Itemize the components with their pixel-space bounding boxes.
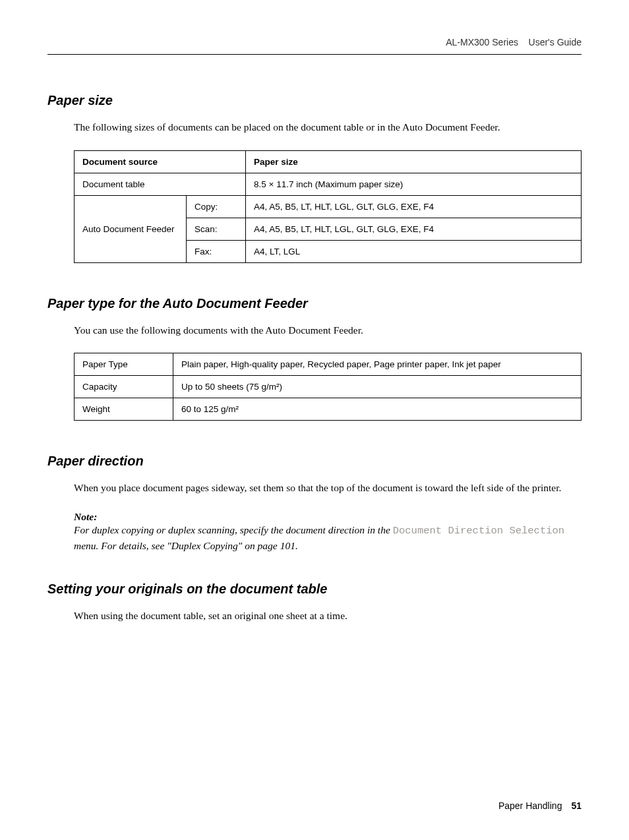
section-paper-size: Paper size The following sizes of docume… (47, 93, 582, 263)
table-row: Paper Type Plain paper, High-quality pap… (75, 353, 582, 376)
cell-fax: Fax: (187, 240, 246, 262)
cell-adf: Auto Document Feeder (75, 195, 187, 262)
cell-paper-type-label: Paper Type (75, 353, 173, 376)
table-row: Weight 60 to 125 g/m² (75, 398, 582, 421)
cell-weight-label: Weight (75, 398, 173, 421)
cell-scan: Scan: (187, 218, 246, 240)
cell-copy: Copy: (187, 195, 246, 218)
intro-paper-size: The following sizes of documents can be … (74, 120, 582, 135)
table-row: Capacity Up to 50 sheets (75 g/m²) (75, 376, 582, 398)
note-label: Note: (74, 511, 582, 523)
section-paper-type: Paper type for the Auto Document Feeder … (47, 296, 582, 421)
footer-page-number: 51 (571, 800, 582, 811)
page-footer: Paper Handling51 (498, 800, 582, 811)
cell-document-table: Document table (75, 173, 246, 195)
th-paper-size: Paper size (246, 150, 582, 173)
note-post: menu. For details, see "Duplex Copying" … (74, 540, 298, 551)
section-paper-direction: Paper direction When you place document … (47, 454, 582, 553)
cell-capacity-value: Up to 50 sheets (75 g/m²) (173, 376, 582, 398)
footer-section: Paper Handling (498, 800, 562, 811)
note-mono: Document Direction Selection (393, 525, 564, 537)
cell-paper-type-value: Plain paper, High-quality paper, Recycle… (173, 353, 582, 376)
cell-weight-value: 60 to 125 g/m² (173, 398, 582, 421)
cell-fax-sizes: A4, LT, LGL (246, 240, 582, 262)
cell-max-size: 8.5 × 11.7 inch (Maximum paper size) (246, 173, 582, 195)
header-series: AL-MX300 Series (446, 37, 518, 47)
table-paper-size: Document source Paper size Document tabl… (74, 150, 582, 263)
cell-copy-sizes: A4, A5, B5, LT, HLT, LGL, GLT, GLG, EXE,… (246, 195, 582, 218)
table-row: Auto Document Feeder Copy: A4, A5, B5, L… (75, 195, 582, 218)
table-row: Document table 8.5 × 11.7 inch (Maximum … (75, 173, 582, 195)
page-header: AL-MX300 Series User's Guide (47, 37, 582, 55)
heading-paper-direction: Paper direction (47, 454, 582, 469)
header-doc: User's Guide (529, 37, 582, 47)
table-paper-type: Paper Type Plain paper, High-quality pap… (74, 353, 582, 421)
cell-scan-sizes: A4, A5, B5, LT, HLT, LGL, GLT, GLG, EXE,… (246, 218, 582, 240)
note-pre: For duplex copying or duplex scanning, s… (74, 524, 393, 535)
note-text: For duplex copying or duplex scanning, s… (74, 523, 582, 553)
heading-paper-type: Paper type for the Auto Document Feeder (47, 296, 582, 311)
table-row: Document source Paper size (75, 150, 582, 173)
intro-paper-direction: When you place document pages sideway, s… (74, 481, 582, 495)
th-document-source: Document source (75, 150, 246, 173)
intro-setting-originals: When using the document table, set an or… (74, 609, 582, 623)
heading-setting-originals: Setting your originals on the document t… (47, 582, 582, 597)
cell-capacity-label: Capacity (75, 376, 173, 398)
section-setting-originals: Setting your originals on the document t… (47, 582, 582, 623)
intro-paper-type: You can use the following documents with… (74, 323, 582, 338)
heading-paper-size: Paper size (47, 93, 582, 108)
